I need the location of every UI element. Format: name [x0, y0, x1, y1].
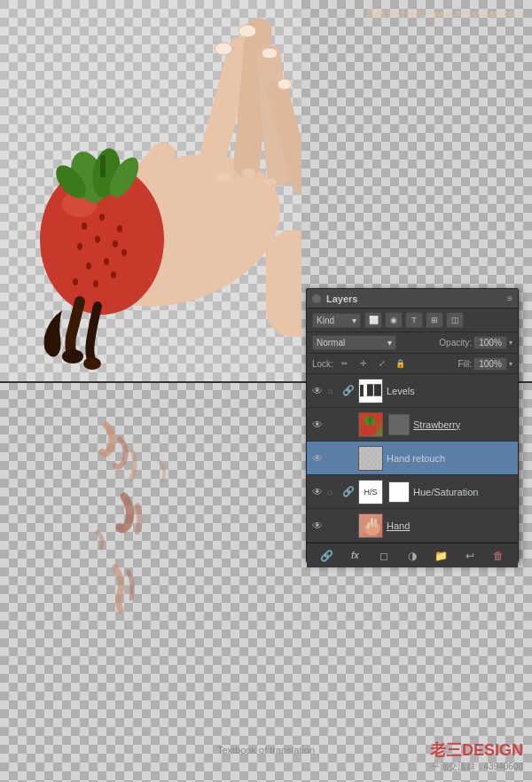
svg-rect-34	[100, 155, 106, 177]
svg-point-24	[86, 262, 91, 270]
toolbar-link-button[interactable]: 🔗	[317, 547, 335, 565]
watermark-bottom-right: 老三DESIGN 平面交流群：43940608	[430, 739, 523, 773]
layer-row-levels[interactable]: 👁 ⌂ 🔗 ▌▊▉ Levels	[307, 374, 518, 408]
blend-mode-dropdown[interactable]: Normal ▾	[312, 335, 396, 350]
fill-control: Fill: 100% ▾	[458, 357, 512, 371]
svg-point-36	[83, 357, 101, 370]
panel-close-button[interactable]	[312, 294, 321, 303]
toolbar-group-button[interactable]: 📁	[432, 547, 450, 565]
layer-link-hue-sat: ⌂	[328, 488, 339, 497]
opacity-arrow-icon: ▾	[509, 339, 512, 347]
panel-toolbar: 🔗 fx ◻ ◑ 📁 ↩ 🗑	[307, 543, 518, 567]
svg-point-21	[77, 243, 82, 250]
layer-name-hue-sat: Hue/Saturation	[413, 487, 512, 497]
blend-mode-arrow-icon: ▾	[387, 338, 392, 348]
layer-name-strawberry: Strawberry	[413, 419, 512, 430]
filter-smartobj-button[interactable]: ◫	[446, 312, 464, 328]
lock-all-button[interactable]: 🔒	[393, 356, 409, 371]
layer-name-hand-retouch: Hand retouch	[387, 453, 512, 464]
svg-point-22	[95, 236, 100, 243]
layer-thumbnail-levels: ▌▊▉	[358, 379, 383, 403]
layer-visibility-strawberry[interactable]: 👁	[312, 418, 325, 431]
filter-text-button[interactable]: T	[405, 312, 423, 328]
svg-point-10	[215, 43, 232, 55]
svg-rect-42	[371, 518, 373, 527]
svg-point-9	[264, 178, 277, 185]
watermark-bottom-center: Textbook of translation	[217, 745, 315, 755]
watermark-bottom-text: Textbook of translation	[217, 745, 315, 755]
layer-row-hand[interactable]: 👁 Hand	[307, 509, 518, 543]
layer-row-strawberry[interactable]: 👁 Strawberry	[307, 408, 518, 442]
toolbar-mask-button[interactable]: ◻	[375, 547, 393, 565]
svg-point-23	[113, 240, 118, 247]
lock-pixels-button[interactable]: ✏	[337, 356, 353, 371]
layer-chain-levels[interactable]: 🔗	[342, 385, 355, 396]
layer-thumbnail-hand	[358, 513, 383, 538]
kind-filter-row: Kind ▾ ⬜ ◉ T ⊞ ◫	[307, 309, 518, 332]
layer-row-hand-retouch[interactable]: 👁 Hand retouch	[307, 442, 518, 475]
kind-arrow-icon: ▾	[352, 316, 356, 325]
svg-point-35	[62, 349, 83, 364]
svg-point-26	[121, 249, 127, 256]
svg-point-20	[117, 225, 122, 232]
blend-opacity-row: Normal ▾ Opacity: 100% ▾	[307, 332, 518, 354]
panel-title-text: Layers	[326, 293, 357, 304]
svg-rect-43	[374, 519, 377, 528]
toolbar-fx-button[interactable]: fx	[346, 547, 364, 565]
svg-point-8	[241, 168, 255, 177]
levels-adj-icon: ▌▊▉	[360, 385, 381, 396]
layer-name-hand: Hand	[387, 520, 512, 531]
lock-label: Lock:	[312, 359, 333, 369]
svg-point-27	[73, 278, 78, 285]
layer-visibility-levels[interactable]: 👁	[312, 385, 325, 397]
lock-fill-row: Lock: ✏ ✛ ⤢ 🔒 Fill: 100% ▾	[307, 354, 518, 374]
svg-point-29	[111, 271, 116, 278]
toolbar-delete-button[interactable]: 🗑	[489, 547, 507, 565]
svg-point-25	[104, 258, 109, 265]
layer-name-levels: Levels	[387, 386, 512, 396]
filter-adjust-button[interactable]: ◉	[385, 312, 403, 328]
opacity-value[interactable]: 100%	[473, 336, 507, 349]
svg-point-12	[262, 48, 278, 59]
panel-titlebar: Layers ≡	[307, 289, 518, 309]
layer-visibility-hand[interactable]: 👁	[312, 520, 325, 532]
layers-panel: Layers ≡ Kind ▾ ⬜ ◉ T ⊞ ◫ Normal ▾ Opaci…	[306, 288, 519, 563]
blend-mode-value: Normal	[317, 338, 345, 348]
svg-point-18	[82, 223, 87, 230]
lock-move-button[interactable]: ⤢	[374, 356, 390, 371]
brush-strokes-image	[71, 408, 248, 621]
layer-visibility-hue-sat[interactable]: 👁	[312, 486, 325, 498]
hue-adj-icon: H/S	[364, 488, 377, 497]
svg-point-13	[278, 79, 292, 90]
fill-label: Fill:	[458, 359, 472, 369]
kind-label: Kind	[317, 316, 334, 325]
panel-menu-icon[interactable]: ≡	[507, 293, 512, 303]
toolbar-newlayer-button[interactable]: ↩	[461, 547, 479, 565]
filter-shape-button[interactable]: ⊞	[426, 312, 443, 328]
layers-list: 👁 ⌂ 🔗 ▌▊▉ Levels 👁 Strawberry 👁	[307, 374, 518, 543]
panel-title-left: Layers	[312, 293, 357, 304]
opacity-label: Opacity:	[439, 338, 472, 348]
fill-arrow-icon: ▾	[509, 360, 512, 368]
layer-thumbnail-strawberry	[358, 412, 383, 437]
svg-point-11	[239, 25, 256, 37]
layer-thumbnail-hue-sat: H/S	[358, 480, 383, 504]
layer-link-levels: ⌂	[328, 387, 339, 395]
filter-pixel-button[interactable]: ⬜	[364, 312, 382, 328]
toolbar-adjustment-button[interactable]: ◑	[403, 547, 421, 565]
watermark-brand-text: 老三DESIGN	[430, 739, 523, 761]
lock-icons-group: ✏ ✛ ⤢ 🔒	[337, 356, 409, 371]
layer-visibility-hand-retouch[interactable]: 👁	[312, 452, 325, 465]
kind-dropdown[interactable]: Kind ▾	[312, 313, 361, 328]
layer-chain-hue-sat[interactable]: 🔗	[342, 486, 355, 497]
lock-position-button[interactable]: ✛	[356, 356, 372, 371]
filter-icons-group: ⬜ ◉ T ⊞ ◫	[364, 312, 464, 328]
watermark-group-text: 平面交流群：43940608	[430, 761, 523, 773]
layer-row-hue-sat[interactable]: 👁 ⌂ 🔗 H/S Hue/Saturation	[307, 475, 518, 509]
fill-value[interactable]: 100%	[473, 357, 507, 371]
svg-rect-14	[266, 231, 301, 337]
layer-mask-strawberry	[388, 414, 410, 435]
hand-strawberry-image	[0, 0, 301, 381]
layer-thumbnail-hand-retouch	[358, 446, 383, 471]
watermark-top-text: 思绪设计论坛 www.missvuan.com	[366, 8, 523, 19]
